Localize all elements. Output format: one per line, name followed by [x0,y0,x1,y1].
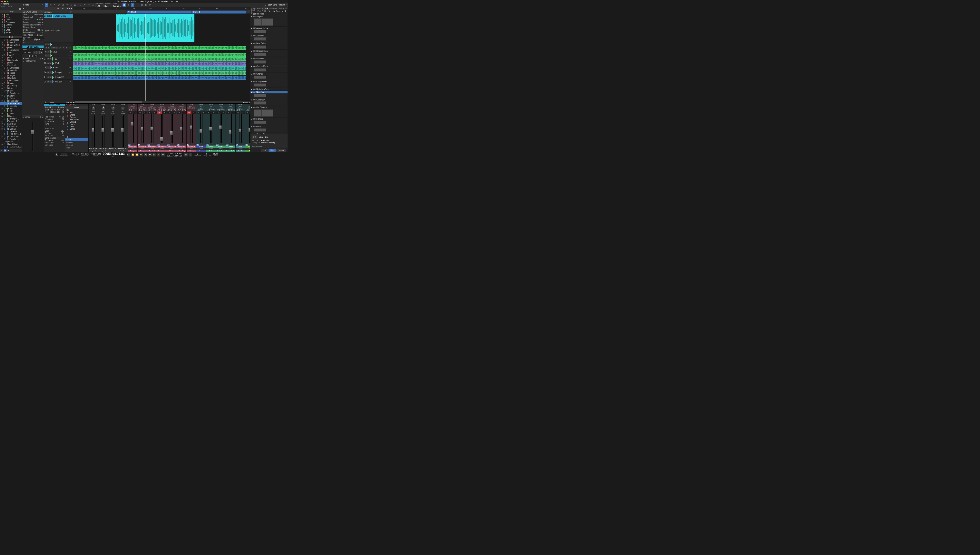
track-item[interactable]: 10Overheads [0,59,22,61]
timelock-check-icon[interactable]: ✓ [63,141,64,144]
editlock-label[interactable]: Edit Lock [45,144,53,146]
effect-item[interactable]: ▸FXAutofilter [251,34,288,37]
mix-group-item[interactable]: 3Drums [65,116,89,118]
mix-group-item[interactable]: 7Choir [65,125,89,128]
track-item[interactable]: 4Snare Top [0,41,22,44]
pin-icon[interactable]: 📌 [68,104,72,106]
inspector-param[interactable]: Delay0.00 ms [23,29,44,31]
track-item[interactable]: Envelopes [0,92,22,95]
solo-button[interactable]: S [37,51,40,54]
search-icon[interactable]: 🔍 [285,10,287,12]
effect-thumb[interactable] [254,83,266,87]
track-item[interactable]: 31Alto Sax Solo [0,135,22,138]
inspector-fader[interactable] [23,118,44,152]
arranger-track-header[interactable]: MS●〰 ▾ [44,54,73,57]
audio-clip[interactable]: Chunk Guitar [116,14,195,42]
prev-marker-icon[interactable]: ◀| [144,153,147,156]
clip-inspector-row[interactable]: End00056..04.04.99 [44,111,65,113]
track-item[interactable]: 15Congas [0,74,22,77]
arranger-markers[interactable]: Pre Chor2Chorus 2 [73,10,250,14]
timelock-label[interactable]: Time Lock [45,141,54,144]
browser-tab-cloud[interactable]: Cloud [278,7,283,10]
inspector-param[interactable]: TempoTimestretch [23,13,44,16]
clip-inspector-row[interactable] [44,125,65,127]
record-button[interactable]: ● [40,51,43,54]
mix-group-item[interactable]: 6Horns [65,123,89,125]
arranger-track-header[interactable]: 28MS●Alto Sax〰 ▾ [44,80,73,84]
inspector-toggle-icon[interactable]: i [23,8,24,10]
audio-clip[interactable] [73,71,246,75]
arrow-right-icon[interactable]: ▶ [131,3,134,6]
track-item[interactable]: 22Funk Guitar [0,100,22,102]
mute-tool-icon[interactable]: ✕ [65,3,69,6]
group-item[interactable]: 1Kick [0,13,22,16]
audio-clip[interactable] [73,46,246,50]
effect-thumb[interactable] [254,60,266,64]
inspector-param[interactable]: Tune ModeDefault [23,34,44,36]
inspector-param[interactable]: Layers follow events✓ [23,24,44,26]
effect-item[interactable]: ▸FXBinaural Pan [251,50,288,52]
visit-website-link[interactable]: Visit Website [252,146,286,148]
group-item[interactable]: 8Verbs [0,31,22,34]
close-mix-icon[interactable]: ✕ [65,104,68,106]
browser-root[interactable]: ▾▣PreSonus [251,12,288,15]
track-item[interactable]: LEAD DELAY [0,146,22,148]
key-label[interactable]: Key [209,155,211,156]
clip-inspector-row[interactable]: Normalize [44,127,65,130]
track-item[interactable]: Envelopes [0,49,22,51]
effect-item[interactable]: ▸FXDual Pan [251,91,288,93]
group-item[interactable]: 5Guitars [0,24,22,26]
mix-nav-inputs[interactable]: Inputs [65,138,89,141]
song-button[interactable]: Song [273,4,277,6]
arranger-track-header[interactable]: MS●〰 ▾ [44,43,73,46]
marker-icon[interactable]: 🏷 [148,3,152,6]
effect-thumb[interactable] [254,53,266,56]
arranger-track-header[interactable]: 24MS●B3〰 ▾ [44,57,73,61]
midi-icon[interactable]: ◉ [55,153,57,155]
track-item[interactable]: Vocals [0,140,22,143]
arranger-marker[interactable]: Pre Chor2 [127,11,191,13]
audio-clip[interactable] [73,53,246,57]
effect-thumb[interactable] [254,45,266,48]
footer-tab-mix[interactable]: Mix [269,149,275,152]
mixer-channel[interactable]: 40 dB48VInput 4GUITARS-10.0L40MS23Guitar… [226,104,236,152]
arranger-flag-icon[interactable]: 🏳 [70,11,72,13]
clip-inspector-row[interactable]: Transpose0 [44,120,65,123]
audio-clip[interactable] [73,61,246,66]
arrow-tool-icon[interactable]: ↖ [45,3,48,6]
track-item[interactable]: 14Bongos [0,72,22,74]
arranger-track-header[interactable]: 26MS●Trumpet 1〰 ▾ [44,70,73,75]
paint-tool-icon[interactable]: 🖌 [57,3,61,6]
mix-nav-outputs[interactable]: Outputs [65,141,89,144]
track-item[interactable]: HORN VERB [0,133,22,135]
list-icon[interactable]: ☰ [1,8,3,10]
minimize-dot-icon[interactable] [4,1,6,2]
mixer-channel[interactable]: 40 dB48VInput 4GUITARS0.0L11MS22GuitarsR… [216,104,226,152]
metronome-icon[interactable]: ▲ [196,153,198,155]
listen-tool-icon[interactable]: 🔈 [74,3,77,6]
mix-group-item[interactable]: 8Verbs [65,128,89,130]
arranger-track-sub[interactable]: ▣ GuitarsInput 4 [44,18,73,43]
effect-thumb[interactable] [254,94,266,97]
track-item[interactable]: 8Tom 2 [0,54,22,56]
effect-thumb[interactable] [254,68,266,72]
track-item[interactable]: Envelopes [0,67,22,69]
inspector-param[interactable]: TimestretchDrums [23,16,44,18]
effect-item[interactable]: ▸FXCompressor [251,80,288,83]
inspector-pan[interactable]: L40 [33,55,38,57]
timecode[interactable]: 00:02:08.342 [90,153,101,155]
timeline-ruler[interactable]: 45464748495051525361 [73,7,250,10]
track-item[interactable]: Envelopes [0,38,22,41]
sort-type[interactable]: Type [276,10,280,12]
browser-tab-files[interactable]: Files [273,7,278,10]
control-label[interactable]: Control [23,4,29,6]
mix-group-item[interactable]: 4Percussion [65,118,89,120]
effect-item[interactable]: ▸FXBeat Delay [251,42,288,45]
track-item[interactable]: 9Ride [0,56,22,59]
track-item[interactable]: HORNS [0,130,22,133]
browser-tab-effects[interactable]: Effects [262,7,268,10]
normal-label[interactable]: Normal [66,101,72,103]
effect-item[interactable]: ▸FXAmpire [251,15,288,18]
range-tool-icon[interactable]: ▭ [49,3,52,6]
view-small-icon[interactable]: ▭ [47,101,49,103]
